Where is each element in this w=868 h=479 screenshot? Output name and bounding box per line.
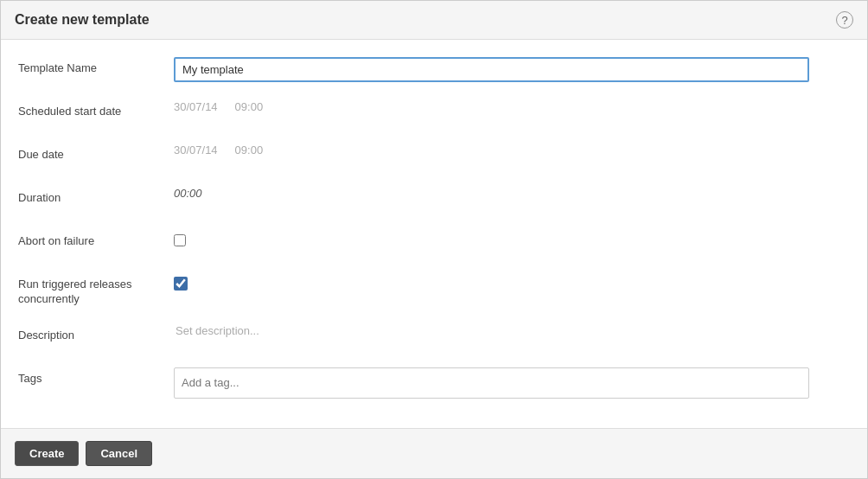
scheduled-start-date-value: 30/07/14 09:00 <box>174 100 850 113</box>
help-icon[interactable]: ? <box>836 11 853 29</box>
run-triggered-value <box>174 273 850 293</box>
template-name-value <box>174 57 850 82</box>
abort-on-failure-row: Abort on failure <box>18 230 850 256</box>
abort-on-failure-label: Abort on failure <box>18 230 174 249</box>
duration-row: Duration 00:00 <box>18 187 850 213</box>
due-date-row: Due date 30/07/14 09:00 <box>18 144 850 169</box>
cancel-button[interactable]: Cancel <box>86 441 152 466</box>
scheduled-start-date-label: Scheduled start date <box>18 100 174 119</box>
due-date-label: Due date <box>18 144 174 163</box>
run-triggered-checkbox[interactable] <box>174 277 188 291</box>
due-date-field[interactable]: 30/07/14 <box>174 144 218 156</box>
description-value: Set description... <box>174 324 850 337</box>
create-template-dialog: Create new template ? Template Name Sche… <box>0 0 868 479</box>
abort-on-failure-checkbox[interactable] <box>174 234 186 246</box>
duration-label: Duration <box>18 187 174 206</box>
template-name-label: Template Name <box>18 57 174 76</box>
run-triggered-label: Run triggered releases concurrently <box>18 273 174 307</box>
dialog-body: Template Name Scheduled start date 30/07… <box>1 40 867 433</box>
tags-input[interactable] <box>174 367 809 399</box>
scheduled-start-time-field[interactable]: 09:00 <box>235 100 264 113</box>
due-time-field[interactable]: 09:00 <box>235 144 264 156</box>
run-triggered-row: Run triggered releases concurrently <box>18 273 850 307</box>
description-placeholder[interactable]: Set description... <box>174 320 259 337</box>
template-name-row: Template Name <box>18 57 850 83</box>
duration-value: 00:00 <box>174 187 850 200</box>
tags-label: Tags <box>18 367 174 386</box>
dialog-header: Create new template ? <box>1 1 867 40</box>
scheduled-start-date-field[interactable]: 30/07/14 <box>174 100 218 113</box>
tags-value <box>174 367 850 399</box>
dialog-title: Create new template <box>15 12 150 28</box>
due-date-value: 30/07/14 09:00 <box>174 144 850 156</box>
duration-display: 00:00 <box>174 182 202 200</box>
tags-row: Tags <box>18 367 850 399</box>
create-button[interactable]: Create <box>15 441 79 466</box>
description-label: Description <box>18 324 174 343</box>
dialog-footer: Create Cancel <box>1 428 867 478</box>
scheduled-start-date-row: Scheduled start date 30/07/14 09:00 <box>18 100 850 126</box>
template-name-input[interactable] <box>174 57 809 82</box>
description-row: Description Set description... <box>18 324 850 350</box>
abort-on-failure-value <box>174 230 850 249</box>
